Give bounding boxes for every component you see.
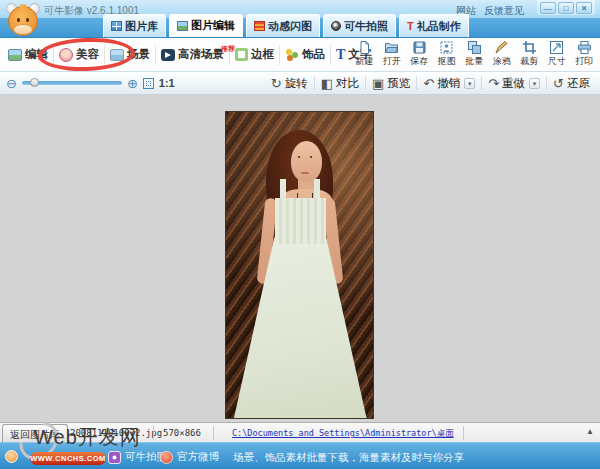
keniu-camera-link[interactable]: 可牛拍照 [108, 450, 167, 464]
feedback-link[interactable]: 反馈意见 [484, 4, 524, 18]
divider [463, 426, 464, 440]
restore-icon: ↺ [553, 77, 564, 90]
zoom-ratio-label[interactable]: 1:1 [159, 77, 175, 89]
tab-animated-gif[interactable]: 动感闪图 [246, 14, 320, 37]
hd-scene-button[interactable]: 高清场景 推荐 [157, 45, 228, 64]
tab-image-library[interactable]: 图片库 [103, 14, 166, 37]
app-window: 可牛影像 v2.6.1.1001 网站 反馈意见 — □ ✕ 图片库 图片编辑 [0, 0, 600, 469]
zoom-in-icon[interactable]: ⊕ [127, 77, 138, 90]
cutout-icon [439, 40, 454, 55]
close-button[interactable]: ✕ [576, 2, 592, 14]
hd-scene-icon [161, 49, 175, 61]
restore-button[interactable]: ↺ 还原 [547, 76, 596, 91]
status-bar: 返回图片库 2008111010072.jpg 570×866 C:\Docum… [0, 422, 600, 442]
photo-woman-in-green-dress[interactable] [225, 111, 374, 419]
minimize-button[interactable]: — [540, 2, 556, 14]
collapse-panel-icon[interactable]: ▲ [586, 427, 594, 436]
new-file-icon [357, 40, 372, 55]
library-grid-icon [111, 21, 122, 31]
maximize-button[interactable]: □ [558, 2, 574, 14]
weibo-icon [160, 451, 173, 464]
camera-app-icon [108, 451, 121, 464]
undo-icon: ↶ [423, 77, 434, 90]
edit-toolbar: 编辑 美容 场景 高清场景 推荐 边框 [0, 38, 600, 72]
divider [213, 426, 214, 440]
file-path-link[interactable]: C:\Documents and Settings\Administrator\… [232, 428, 454, 440]
tab-camera[interactable]: 可牛拍照 [323, 14, 396, 37]
divider [330, 45, 331, 65]
divider [153, 426, 154, 440]
printer-icon [577, 40, 592, 55]
save-button[interactable]: 保存 [406, 40, 434, 68]
open-folder-icon [384, 40, 399, 55]
bottom-promo-bar: 可牛拍照 官方微博 场景、饰品素材批量下载，海量素材及时与你分享 [0, 442, 600, 469]
fit-screen-icon[interactable] [143, 78, 154, 89]
tab-gift-making[interactable]: 礼品制作 [399, 14, 469, 37]
main-tab-bar: 图片库 图片编辑 动感闪图 可牛拍照 礼品制作 [0, 18, 600, 38]
zoom-slider-thumb[interactable] [30, 78, 39, 87]
divider [155, 45, 156, 65]
promo-text: 场景、饰品素材批量下载，海量素材及时与你分享 [233, 451, 464, 465]
doodle-button[interactable]: 涂鸦 [488, 40, 516, 68]
undo-dropdown-icon[interactable]: ▾ [464, 78, 475, 89]
text-T-icon [336, 48, 345, 61]
image-dimensions-label: 570×866 [163, 428, 201, 438]
beauty-button[interactable]: 美容 [55, 45, 103, 64]
preview-button[interactable]: ▣ 预览 [366, 76, 416, 91]
crop-icon [522, 40, 537, 55]
edit-button[interactable]: 编辑 [4, 45, 52, 64]
compare-icon: ◧ [321, 77, 333, 90]
edit-thumbnail-icon [8, 49, 22, 61]
new-button[interactable]: 新建 [351, 40, 379, 68]
resize-button[interactable]: 尺寸 [543, 40, 571, 68]
camera-lens-icon [331, 21, 341, 31]
image-edit-icon [177, 21, 188, 31]
frame-icon [235, 48, 248, 61]
filename-label: 2008111010072.jpg [70, 428, 162, 438]
accessory-beads-icon [285, 48, 299, 61]
scene-button[interactable]: 场景 [106, 45, 154, 64]
redo-button[interactable]: ↷ 重做 ▾ [482, 76, 546, 91]
beauty-face-icon [59, 48, 73, 62]
flash-bars-icon [254, 21, 265, 31]
save-floppy-icon [412, 40, 427, 55]
zoom-bar: ⊖ ⊕ 1:1 ↻ 旋转 ◧ 对比 ▣ 预览 [0, 72, 600, 95]
back-to-library-button[interactable]: 返回图片库 [2, 424, 68, 442]
resize-icon [549, 40, 564, 55]
compare-button[interactable]: ◧ 对比 [315, 76, 365, 91]
undo-button[interactable]: ↶ 撤销 ▾ [417, 76, 481, 91]
scene-icon [110, 49, 124, 61]
keniu-cow-logo-icon [5, 2, 41, 38]
official-weibo-link[interactable]: 官方微博 [160, 450, 219, 464]
divider [53, 45, 54, 65]
frame-button[interactable]: 边框 [231, 45, 278, 64]
divider [104, 45, 105, 65]
tshirt-icon [407, 21, 414, 31]
accessory-button[interactable]: 饰品 [281, 45, 329, 64]
batch-stack-icon [467, 40, 482, 55]
batch-button[interactable]: 批量 [461, 40, 489, 68]
divider [279, 45, 280, 65]
cutout-button[interactable]: 抠图 [433, 40, 461, 68]
photo-canvas [0, 95, 600, 422]
print-button[interactable]: 打印 [571, 40, 599, 68]
window-controls: — □ ✕ [537, 0, 595, 15]
cow-mini-icon [5, 450, 18, 463]
zoom-out-icon[interactable]: ⊖ [6, 77, 17, 90]
tab-image-edit[interactable]: 图片编辑 [169, 14, 243, 37]
preview-icon: ▣ [372, 77, 384, 90]
rotate-icon: ↻ [271, 77, 282, 90]
open-button[interactable]: 打开 [378, 40, 406, 68]
redo-icon: ↷ [488, 77, 499, 90]
crop-button[interactable]: 裁剪 [516, 40, 544, 68]
doodle-pencil-icon [494, 40, 509, 55]
zoom-slider[interactable] [22, 81, 122, 85]
keniu-mini-logo-icon[interactable] [5, 450, 18, 463]
rotate-button[interactable]: ↻ 旋转 [265, 76, 314, 91]
redo-dropdown-icon[interactable]: ▾ [529, 78, 540, 89]
